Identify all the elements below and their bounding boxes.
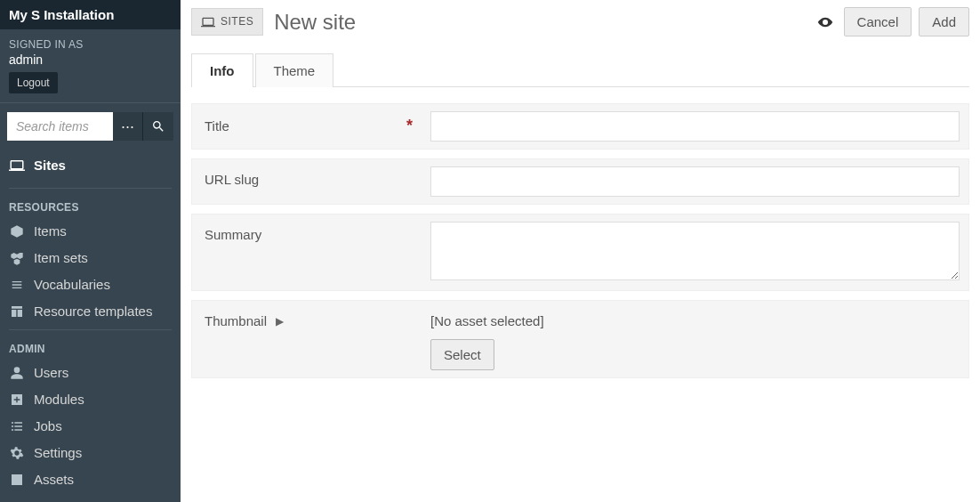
required-marker: * [406, 117, 413, 135]
sidebar-item-sites[interactable]: Sites [0, 150, 181, 182]
sidebar-item-modules[interactable]: Modules [0, 385, 181, 412]
sidebar-item-label: Items [34, 223, 67, 239]
caret-right-icon[interactable]: ▶ [276, 315, 284, 328]
cubes-icon [9, 249, 25, 265]
sidebar-item-label: Jobs [34, 418, 62, 433]
laptop-icon [201, 14, 215, 29]
tab-theme[interactable]: Theme [255, 53, 334, 87]
url-slug-label: URL slug [205, 172, 259, 187]
search-button[interactable] [143, 112, 173, 141]
sidebar-item-label: Resource templates [34, 304, 152, 319]
user-icon [9, 364, 25, 380]
summary-textarea[interactable] [430, 222, 960, 280]
image-icon [9, 471, 25, 487]
sidebar-item-label: Users [34, 365, 68, 380]
select-asset-button[interactable]: Select [430, 339, 494, 370]
admin-heading: ADMIN [0, 336, 181, 359]
laptop-icon [9, 157, 25, 174]
sidebar-item-users[interactable]: Users [0, 359, 181, 385]
sidebar-item-settings[interactable]: Settings [0, 439, 181, 466]
sidebar-item-label: Item sets [34, 250, 88, 265]
sidebar-item-label: Settings [34, 445, 82, 460]
sidebar-item-label: Assets [34, 472, 74, 487]
add-button[interactable]: Add [919, 7, 969, 36]
sidebar-item-items[interactable]: Items [0, 217, 181, 244]
plus-square-icon [9, 391, 25, 407]
sidebar-item-jobs[interactable]: Jobs [0, 412, 181, 439]
page-title: New site [274, 10, 802, 35]
tab-info[interactable]: Info [191, 53, 253, 87]
current-user[interactable]: admin [9, 53, 172, 67]
breadcrumb-label: SITES [221, 15, 253, 28]
installation-title[interactable]: My S Installation [0, 0, 181, 29]
summary-label: Summary [205, 227, 261, 242]
thumbnail-status: [No asset selected] [430, 313, 960, 328]
thumbnail-label: Thumbnail [205, 313, 267, 328]
nav-divider [9, 329, 172, 330]
template-icon [9, 303, 25, 319]
cancel-button[interactable]: Cancel [844, 7, 912, 36]
resources-heading: RESOURCES [0, 194, 181, 217]
search-icon [151, 119, 165, 134]
sidebar-item-label: Vocabularies [34, 277, 110, 292]
book-icon [9, 276, 25, 292]
breadcrumb-sites[interactable]: SITES [191, 8, 263, 36]
list-icon [9, 417, 25, 433]
eye-icon [817, 14, 833, 30]
title-input[interactable] [430, 111, 960, 142]
title-label: Title [205, 118, 229, 134]
sidebar-item-label: Sites [34, 158, 66, 173]
sidebar-item-label: Modules [34, 392, 84, 407]
logout-button[interactable]: Logout [9, 72, 58, 93]
sidebar-item-item-sets[interactable]: Item sets [0, 244, 181, 271]
ellipsis-icon: ⋯ [121, 118, 134, 134]
sidebar-item-resource-templates[interactable]: Resource templates [0, 297, 181, 324]
signed-in-label: SIGNED IN AS [9, 38, 172, 51]
url-slug-input[interactable] [430, 166, 960, 197]
search-advanced-button[interactable]: ⋯ [113, 112, 143, 141]
visibility-toggle[interactable] [814, 9, 837, 35]
cube-icon [9, 223, 25, 239]
sidebar-item-assets[interactable]: Assets [0, 466, 181, 492]
sidebar-item-vocabularies[interactable]: Vocabularies [0, 271, 181, 297]
search-input[interactable] [7, 112, 113, 141]
nav-divider [9, 188, 172, 189]
gears-icon [9, 444, 25, 460]
